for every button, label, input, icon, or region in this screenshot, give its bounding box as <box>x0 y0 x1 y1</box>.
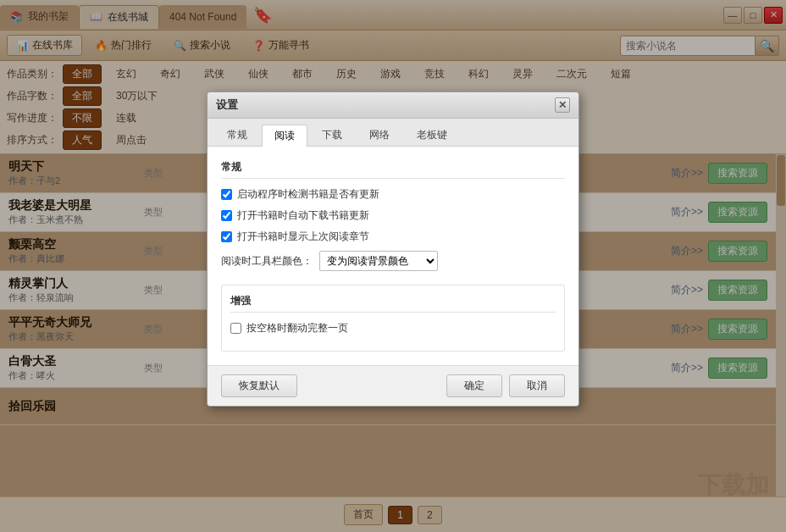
toolbar-color-label: 阅读时工具栏颜色： <box>221 254 313 269</box>
dialog-tab-shortcuts[interactable]: 老板键 <box>404 124 460 146</box>
dialog-close-button[interactable]: ✕ <box>555 97 570 113</box>
checkbox-row-last-chapter: 打开书籍时显示上次阅读章节 <box>221 230 565 244</box>
cancel-btn[interactable]: 取消 <box>509 374 565 397</box>
checkbox-auto-download-label[interactable]: 打开书籍时自动下载书籍更新 <box>237 208 369 223</box>
enhance-section-title: 增强 <box>230 294 556 313</box>
dialog-overlay: 设置 ✕ 常规 阅读 下载 网络 老板键 常规 启动程序时检测书籍是否有更新 打… <box>0 0 786 532</box>
dialog-title: 设置 <box>216 97 238 113</box>
checkbox-space-scroll[interactable] <box>230 323 241 334</box>
checkbox-space-scroll-label[interactable]: 按空格时翻动完整一页 <box>246 321 348 335</box>
dialog-tab-general[interactable]: 常规 <box>214 124 260 146</box>
enhance-section: 增强 按空格时翻动完整一页 <box>221 285 565 352</box>
dialog-tab-network[interactable]: 网络 <box>357 124 402 146</box>
checkbox-row-update: 启动程序时检测书籍是否有更新 <box>221 187 565 202</box>
dialog-footer: 恢复默认 确定 取消 <box>208 365 578 406</box>
dialog-tab-download[interactable]: 下载 <box>309 124 355 146</box>
checkbox-last-chapter-label[interactable]: 打开书籍时显示上次阅读章节 <box>237 230 369 244</box>
dialog-tab-reading[interactable]: 阅读 <box>262 125 307 147</box>
checkbox-row-space-scroll: 按空格时翻动完整一页 <box>230 321 556 335</box>
general-section-title: 常规 <box>221 160 565 179</box>
general-section: 常规 启动程序时检测书籍是否有更新 打开书籍时自动下载书籍更新 打开书籍时显示上… <box>221 160 565 271</box>
dialog-title-bar: 设置 ✕ <box>208 92 578 119</box>
checkbox-last-chapter[interactable] <box>221 231 232 242</box>
toolbar-color-row: 阅读时工具栏颜色： 变为阅读背景颜色 <box>221 251 565 271</box>
ok-btn[interactable]: 确定 <box>446 374 502 397</box>
dialog-tabs: 常规 阅读 下载 网络 老板键 <box>208 119 578 147</box>
toolbar-color-select[interactable]: 变为阅读背景颜色 <box>319 251 438 271</box>
dialog-ok-cancel-group: 确定 取消 <box>446 374 565 397</box>
checkbox-update[interactable] <box>221 189 232 200</box>
settings-dialog: 设置 ✕ 常规 阅读 下载 网络 老板键 常规 启动程序时检测书籍是否有更新 打… <box>207 91 579 407</box>
reset-btn[interactable]: 恢复默认 <box>221 374 297 397</box>
dialog-body: 常规 启动程序时检测书籍是否有更新 打开书籍时自动下载书籍更新 打开书籍时显示上… <box>208 147 578 365</box>
checkbox-auto-download[interactable] <box>221 210 232 221</box>
checkbox-update-label[interactable]: 启动程序时检测书籍是否有更新 <box>237 187 379 202</box>
checkbox-row-auto-download: 打开书籍时自动下载书籍更新 <box>221 208 565 223</box>
